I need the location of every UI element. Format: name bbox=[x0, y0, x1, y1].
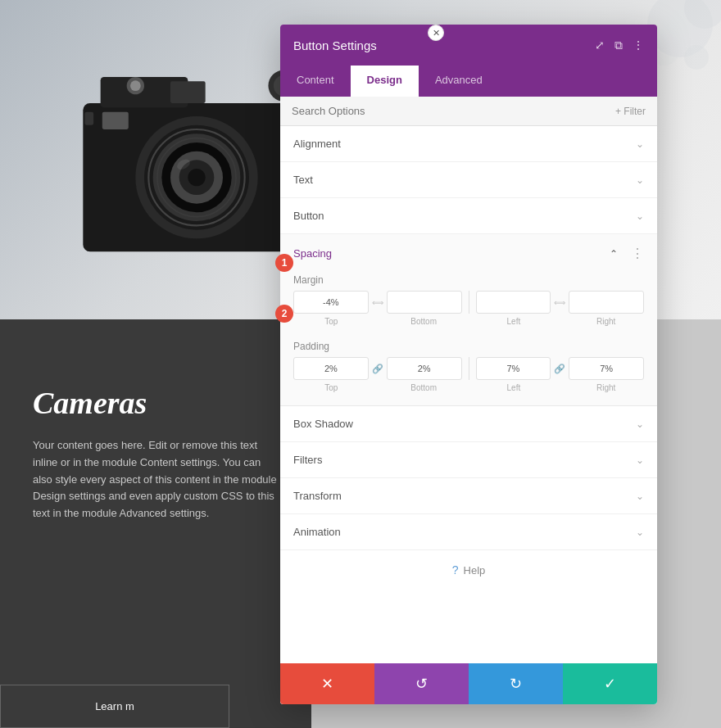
padding-right-value[interactable] bbox=[574, 364, 638, 373]
margin-top-value[interactable] bbox=[299, 297, 363, 307]
badge-1: 1 bbox=[275, 254, 293, 272]
button-chevron-icon: ⌄ bbox=[636, 210, 644, 222]
svg-point-10 bbox=[130, 80, 141, 91]
alignment-label: Alignment bbox=[293, 138, 341, 150]
margin-right-input[interactable] bbox=[569, 291, 644, 314]
animation-chevron-icon: ⌄ bbox=[636, 527, 644, 538]
reset-icon: ↺ bbox=[415, 675, 428, 693]
button-section-row[interactable]: Button ⌄ bbox=[280, 198, 657, 234]
tab-content[interactable]: Content bbox=[280, 66, 351, 97]
redo-icon: ↻ bbox=[510, 675, 522, 693]
panel-footer: ✕ ↺ ↻ ✓ bbox=[280, 663, 657, 704]
cancel-icon: ✕ bbox=[321, 675, 333, 693]
margin-bottom-label: Bottom bbox=[386, 317, 462, 326]
save-button[interactable]: ✓ bbox=[563, 663, 657, 704]
alignment-chevron-icon: ⌄ bbox=[636, 138, 644, 150]
help-label: Help bbox=[464, 564, 486, 577]
panel-body: Alignment ⌄ Text ⌄ Button ⌄ Spacing ⌃ ⋮ bbox=[280, 126, 657, 663]
animation-label: Animation bbox=[293, 526, 341, 538]
transform-chevron-icon: ⌄ bbox=[636, 491, 644, 502]
duplicate-icon[interactable]: ⧉ bbox=[614, 38, 623, 52]
padding-top-value[interactable] bbox=[299, 364, 363, 373]
padding-bottom-input[interactable] bbox=[387, 357, 462, 380]
panel-header-icons: ⤢ ⧉ ⋮ bbox=[595, 38, 644, 52]
padding-label: Padding bbox=[293, 334, 644, 357]
spacing-chevron-up-icon: ⌃ bbox=[610, 248, 618, 260]
text-label: Text bbox=[293, 174, 313, 186]
dark-content-section: Cameras Your content goes here. Edit or … bbox=[0, 319, 311, 728]
padding-top-label: Top bbox=[293, 383, 370, 392]
padding-divider bbox=[469, 357, 469, 380]
padding-bottom-label: Bottom bbox=[386, 383, 462, 392]
padding-bottom-value[interactable] bbox=[392, 364, 456, 373]
filters-chevron-icon: ⌄ bbox=[636, 454, 644, 466]
alignment-section-row[interactable]: Alignment ⌄ bbox=[280, 126, 657, 162]
tab-advanced[interactable]: Advanced bbox=[419, 66, 499, 97]
redo-button[interactable]: ↻ bbox=[469, 663, 563, 704]
padding-link-icon: 🔗 bbox=[370, 364, 385, 374]
panel-tabs: Content Design Advanced bbox=[280, 66, 657, 97]
spacing-label: Spacing bbox=[293, 247, 332, 260]
margin-bottom-input[interactable] bbox=[387, 291, 462, 314]
search-bar: + Filter bbox=[280, 97, 657, 126]
box-shadow-section-row[interactable]: Box Shadow ⌄ bbox=[280, 406, 657, 442]
margin-label: Margin bbox=[293, 268, 644, 291]
transform-label: Transform bbox=[293, 490, 342, 502]
filter-button[interactable]: + Filter bbox=[615, 106, 646, 117]
text-section-row[interactable]: Text ⌄ bbox=[280, 162, 657, 198]
margin-left-value[interactable] bbox=[482, 297, 546, 307]
spacing-section-header[interactable]: Spacing ⌃ ⋮ bbox=[280, 234, 657, 268]
cameras-description: Your content goes here. Edit or remove t… bbox=[33, 437, 279, 522]
margin-left-label: Left bbox=[476, 317, 552, 326]
filters-label: Filters bbox=[293, 454, 322, 466]
badge-2: 2 bbox=[275, 305, 293, 323]
help-row[interactable]: ? Help bbox=[280, 550, 657, 590]
margin-divider bbox=[469, 291, 469, 314]
padding-top-input[interactable] bbox=[293, 357, 369, 380]
spacing-expanded-section: Margin ⟺ bbox=[280, 268, 657, 406]
box-shadow-chevron-icon: ⌄ bbox=[636, 418, 644, 430]
animation-section-row[interactable]: Animation ⌄ bbox=[280, 514, 657, 550]
tab-design[interactable]: Design bbox=[351, 66, 419, 97]
spacing-header-left: Spacing bbox=[293, 247, 332, 260]
settings-panel: Button Settings ⤢ ⧉ ⋮ Content Design Adv… bbox=[280, 25, 657, 704]
expand-icon[interactable]: ⤢ bbox=[595, 38, 605, 52]
help-icon: ? bbox=[452, 563, 459, 577]
padding-left-value[interactable] bbox=[482, 364, 546, 373]
learn-more-button[interactable]: Learn m bbox=[0, 685, 229, 728]
margin-left-input[interactable] bbox=[476, 291, 551, 314]
transform-section-row[interactable]: Transform ⌄ bbox=[280, 478, 657, 514]
panel-header: Button Settings ⤢ ⧉ ⋮ bbox=[280, 25, 657, 66]
filter-label: + Filter bbox=[615, 106, 646, 117]
margin-top-label: Top bbox=[293, 317, 370, 326]
more-options-icon[interactable]: ⋮ bbox=[633, 38, 644, 52]
text-chevron-icon: ⌄ bbox=[636, 174, 644, 186]
padding-right-input[interactable] bbox=[569, 357, 644, 380]
box-shadow-label: Box Shadow bbox=[293, 418, 353, 430]
margin-right-label: Right bbox=[568, 317, 644, 326]
cancel-button[interactable]: ✕ bbox=[280, 663, 374, 704]
padding-link-icon-2: 🔗 bbox=[552, 364, 567, 374]
margin-link-icon-2: ⟺ bbox=[552, 298, 567, 307]
cameras-title: Cameras bbox=[33, 385, 279, 421]
margin-right-value[interactable] bbox=[574, 297, 638, 307]
search-input[interactable] bbox=[292, 105, 615, 117]
margin-top-input[interactable] bbox=[293, 291, 369, 314]
svg-rect-15 bbox=[84, 112, 93, 125]
panel-title: Button Settings bbox=[293, 38, 377, 52]
svg-rect-11 bbox=[170, 81, 206, 103]
panel-close-button[interactable]: ✕ bbox=[428, 25, 444, 41]
margin-link-icon: ⟺ bbox=[370, 298, 385, 307]
svg-point-8 bbox=[188, 169, 205, 186]
margin-bottom-value[interactable] bbox=[392, 297, 456, 307]
spacing-options-icon[interactable]: ⋮ bbox=[631, 246, 644, 261]
close-icon: ✕ bbox=[433, 28, 440, 38]
save-icon: ✓ bbox=[604, 675, 616, 693]
padding-right-label: Right bbox=[568, 383, 644, 392]
svg-rect-12 bbox=[102, 112, 129, 129]
padding-left-input[interactable] bbox=[476, 357, 551, 380]
filters-section-row[interactable]: Filters ⌄ bbox=[280, 442, 657, 478]
padding-left-label: Left bbox=[476, 383, 552, 392]
reset-button[interactable]: ↺ bbox=[374, 663, 469, 704]
button-label: Button bbox=[293, 210, 324, 222]
